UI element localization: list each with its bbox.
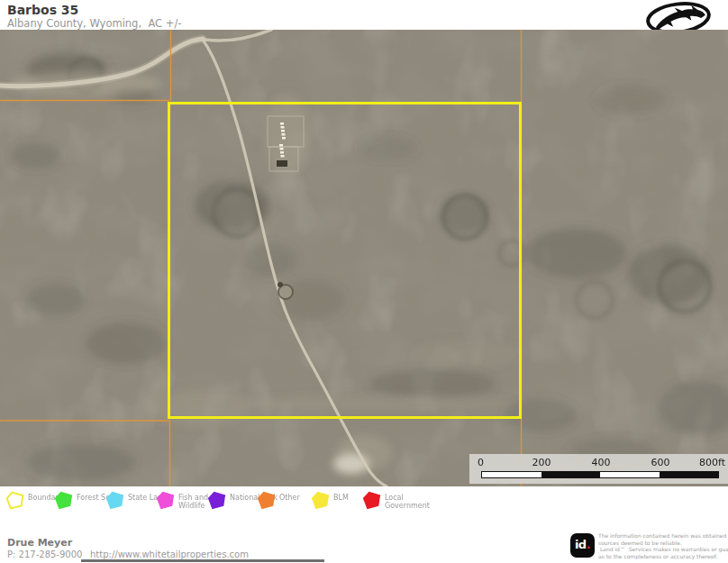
- pentagon-icon: [54, 491, 73, 510]
- scale-bar-segments: [481, 471, 719, 478]
- pentagon-icon: [311, 491, 330, 510]
- scale-label: 400: [592, 457, 611, 468]
- bottom-bar: [81, 559, 324, 562]
- agent-name: Drue Meyer: [7, 537, 72, 549]
- legend: Boundary Forest Servic State Land Fish a…: [0, 486, 728, 530]
- map-export-page: Barbos 35 Albany County, Wyoming, AC +/-: [0, 0, 728, 563]
- footer: Drue Meyer P: 217-285-9000 http://www.wh…: [0, 530, 728, 563]
- header: Barbos 35 Albany County, Wyoming, AC +/-: [0, 0, 728, 30]
- scale-label: 0: [478, 457, 484, 468]
- website-url: http://www.whitetailproperties.com: [90, 549, 249, 559]
- pentagon-icon: [257, 491, 276, 510]
- land-id-logo: id.: [570, 533, 595, 558]
- page-title: Barbos 35: [7, 3, 78, 17]
- pentagon-icon: [5, 491, 24, 510]
- scale-label: 600: [651, 457, 670, 468]
- pentagon-icon: [207, 491, 226, 510]
- pentagon-icon: [156, 491, 175, 510]
- aerial-map: [0, 30, 728, 486]
- scale-bar: 0 200 400 600 800ft: [469, 454, 728, 484]
- pentagon-icon: [105, 491, 124, 510]
- pentagon-icon: [362, 491, 381, 510]
- page-subtitle: Albany County, Wyoming, AC +/-: [7, 17, 181, 30]
- scale-label: 800ft: [699, 457, 725, 468]
- agent-phone: P: 217-285-9000: [7, 549, 82, 559]
- scale-label: 200: [532, 457, 551, 468]
- disclaimer-text: The information contained herein was obt…: [598, 532, 728, 559]
